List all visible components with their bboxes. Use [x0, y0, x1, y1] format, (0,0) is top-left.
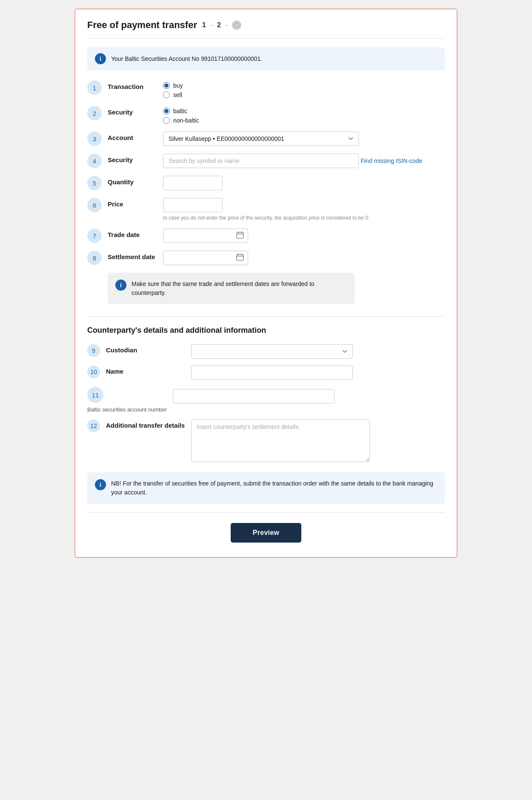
step4-content: Find missing ISIN-code [163, 154, 445, 168]
price-note: In case you do not enter the price of th… [163, 215, 376, 221]
step2-content: baltic non-baltic [163, 106, 445, 124]
settlement-info-icon: i [115, 280, 126, 291]
name-input[interactable] [191, 366, 353, 380]
step7-badge: 7 [87, 229, 102, 243]
step10-content [191, 366, 445, 380]
step12-badge: 12 [87, 420, 100, 432]
step11-content [173, 387, 445, 403]
step12-label: Additional transfer details [106, 420, 191, 429]
nb-banner-text: NB! For the transfer of securities free … [111, 479, 437, 497]
security-baltic-radio[interactable] [163, 108, 170, 114]
step9-label: Custodian [106, 344, 191, 354]
step11-label: Baltic securities account number [87, 406, 167, 413]
step4-row: 4 Security Find missing ISIN-code [87, 154, 445, 168]
security-nonbaltic-option[interactable]: non-baltic [163, 117, 445, 124]
section-divider [87, 316, 445, 317]
step8-content [163, 251, 445, 265]
step4-label: Security [108, 154, 163, 163]
security-nonbaltic-radio[interactable] [163, 117, 170, 124]
baltic-account-input[interactable] [173, 389, 335, 403]
step6-label: Price [108, 198, 163, 208]
step1-row: 1 Transaction buy sell [87, 80, 445, 98]
security-baltic-option[interactable]: baltic [163, 108, 445, 114]
step5-label: Quantity [108, 176, 163, 186]
step6-content: In case you do not enter the price of th… [163, 198, 445, 221]
transaction-sell-option[interactable]: sell [163, 91, 445, 98]
step8-row: 8 Settlement date [87, 251, 445, 265]
page-inner: Free of payment transfer 1 → 2 → i Your … [75, 9, 457, 557]
step3-label: Account [108, 131, 163, 141]
transaction-sell-radio[interactable] [163, 91, 170, 98]
trade-date-wrapper [163, 229, 248, 243]
step10-label: Name [106, 366, 191, 375]
info-banner-text: Your Baltic Securities Account No 991017… [111, 55, 262, 62]
quantity-input[interactable] [163, 176, 223, 190]
step8-badge: 8 [87, 251, 102, 265]
step12-content [191, 420, 445, 464]
step5-badge: 5 [87, 176, 102, 190]
security-nonbaltic-label: non-baltic [173, 117, 199, 124]
security-search-input[interactable] [163, 154, 359, 168]
step10-badge: 10 [87, 366, 100, 378]
page-container: Free of payment transfer 1 → 2 → i Your … [74, 9, 458, 558]
info-icon: i [95, 53, 106, 64]
svg-point-0 [234, 23, 239, 28]
step9-row: 9 Custodian [87, 344, 445, 359]
settlement-info-text: Make sure that the same trade and settle… [132, 280, 347, 297]
step-indicator: 1 → 2 → [202, 20, 241, 30]
step1-label: Transaction [108, 80, 163, 90]
page-title: Free of payment transfer [87, 20, 197, 31]
security-type-radio-group: baltic non-baltic [163, 106, 445, 124]
step4-badge: 4 [87, 154, 102, 168]
settlement-date-input[interactable] [163, 251, 248, 265]
additional-details-textarea[interactable] [191, 420, 370, 462]
step7-content [163, 229, 445, 243]
step7-row: 7 Trade date [87, 229, 445, 243]
step12-row: 12 Additional transfer details [87, 420, 445, 464]
step-done-icon [232, 20, 241, 30]
transaction-radio-group: buy sell [163, 80, 445, 98]
step7-label: Trade date [108, 229, 163, 238]
step6-row: 6 Price In case you do not enter the pri… [87, 198, 445, 221]
step-current: 1 [202, 21, 206, 29]
step-next: 2 [217, 21, 221, 29]
transaction-buy-radio[interactable] [163, 82, 170, 89]
step8-label: Settlement date [108, 251, 163, 260]
step5-content [163, 176, 445, 190]
nb-banner: i NB! For the transfer of securities fre… [87, 472, 445, 504]
step6-badge: 6 [87, 198, 102, 212]
step9-content [191, 344, 445, 359]
step11-badge: 11 [87, 387, 103, 403]
step9-badge: 9 [87, 344, 100, 357]
transaction-buy-option[interactable]: buy [163, 82, 445, 89]
step1-badge: 1 [87, 80, 102, 95]
form-footer: Preview [87, 512, 445, 547]
settlement-info-box: i Make sure that the same trade and sett… [108, 273, 355, 304]
step11-badge-area: 11 Baltic securities account number [87, 387, 167, 413]
transaction-buy-label: buy [173, 82, 183, 89]
step2-label: Security [108, 106, 163, 116]
step10-row: 10 Name [87, 366, 445, 380]
nb-info-icon: i [95, 479, 106, 490]
step1-content: buy sell [163, 80, 445, 98]
settlement-date-wrapper [163, 251, 248, 265]
step3-content: Silver Kullasepp • EE000000000000000001 [163, 131, 445, 146]
preview-button[interactable]: Preview [231, 523, 302, 543]
price-input[interactable] [163, 198, 223, 212]
account-select[interactable]: Silver Kullasepp • EE000000000000000001 [163, 131, 359, 146]
counterparty-section-heading: Counterparty's details and additional in… [87, 326, 445, 335]
arrow-2: → [223, 22, 229, 29]
find-isin-link[interactable]: Find missing ISIN-code [360, 157, 422, 164]
step3-row: 3 Account Silver Kullasepp • EE000000000… [87, 131, 445, 146]
step2-row: 2 Security baltic non-baltic [87, 106, 445, 124]
title-row: Free of payment transfer 1 → 2 → [87, 20, 445, 39]
info-banner: i Your Baltic Securities Account No 9910… [87, 47, 445, 70]
step11-row: 11 Baltic securities account number [87, 387, 445, 413]
custodian-select[interactable] [191, 344, 353, 359]
arrow-1: → [209, 22, 215, 29]
trade-date-input[interactable] [163, 229, 248, 243]
security-baltic-label: baltic [173, 108, 187, 114]
step2-badge: 2 [87, 106, 102, 120]
step5-row: 5 Quantity [87, 176, 445, 190]
transaction-sell-label: sell [173, 91, 182, 98]
